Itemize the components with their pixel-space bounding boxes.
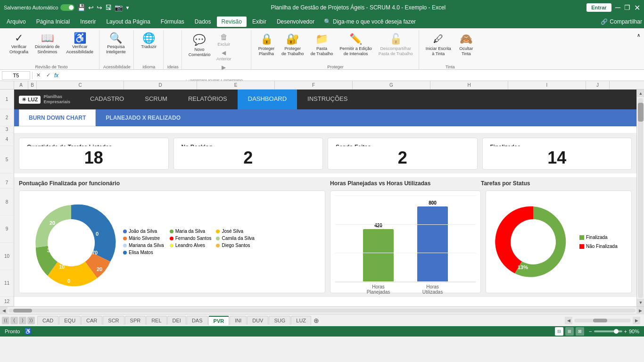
menu-formulas[interactable]: Fórmulas bbox=[156, 16, 189, 27]
ribbon-ocultar-tinta[interactable]: 🙈 OcultarTinta bbox=[455, 31, 478, 63]
sheet-tab-das[interactable]: DAS bbox=[187, 316, 208, 325]
minimize-icon[interactable]: ─ bbox=[615, 3, 620, 12]
sheet-nav-first[interactable]: ⟨⟨ bbox=[2, 317, 9, 324]
sheet-nav-last[interactable]: ⟩⟩ bbox=[27, 317, 35, 324]
ribbon-dicionario[interactable]: 📖 Dicionário deSinônimos bbox=[32, 31, 63, 63]
menu-pagina-inicial[interactable]: Página Inicial bbox=[32, 16, 74, 27]
nav-bar: ☀ LUZ PlanilhasEmpresariais CADASTRO SCR… bbox=[14, 90, 636, 109]
menu-revisao[interactable]: Revisão bbox=[217, 16, 247, 27]
zoom-slider-thumb bbox=[614, 329, 619, 334]
autosave-toggle[interactable]: Salvamento Automático bbox=[4, 4, 74, 11]
ribbon-pasta-trabalho[interactable]: 📁 Pastade Trabalho bbox=[308, 31, 336, 63]
nav-tab-relatorios[interactable]: RELATÓRIOS bbox=[178, 90, 238, 109]
vertical-scrollbar[interactable]: ▲ ▼ bbox=[636, 90, 644, 306]
sheet-tab-pvr[interactable]: PVR bbox=[208, 316, 230, 325]
sheet-tab-equ[interactable]: EQU bbox=[59, 316, 81, 325]
menu-inserir[interactable]: Inserir bbox=[75, 16, 100, 27]
sheet-tab-duv[interactable]: DUV bbox=[247, 316, 268, 325]
ribbon-verificar-ortografia[interactable]: ✓ VerificarOrtografia bbox=[7, 31, 31, 63]
menu-desenvolvedor[interactable]: Desenvolvedor bbox=[272, 16, 319, 27]
sheet-tab-car[interactable]: CAR bbox=[81, 316, 102, 325]
ribbon-excluir[interactable]: 🗑 Excluir bbox=[214, 32, 233, 48]
sheet-tab-ini[interactable]: INI bbox=[230, 316, 247, 325]
save-icon[interactable]: 💾 bbox=[77, 4, 85, 11]
restore-icon[interactable]: ❐ bbox=[624, 4, 630, 11]
close-icon[interactable]: ✕ bbox=[634, 3, 640, 12]
nav-tab-cadastro[interactable]: CADASTRO bbox=[80, 90, 134, 109]
spellcheck-icon: ✓ bbox=[15, 33, 23, 43]
sheet-scroll-left[interactable]: ◀ bbox=[565, 317, 572, 324]
accessibility-icon: ♿ bbox=[74, 33, 86, 43]
h-scroll-thumb[interactable] bbox=[13, 309, 32, 313]
sheet-tab-rel[interactable]: REL bbox=[146, 316, 166, 325]
row-5-content: 18 2 2 14 bbox=[14, 146, 636, 173]
legend-dot-finalizada bbox=[579, 235, 584, 240]
ribbon-iniciar-escrita[interactable]: 🖊 Iniciar Escritaà Tinta bbox=[423, 31, 454, 63]
nav-tab-scrum[interactable]: SCRUM bbox=[134, 90, 178, 109]
menu-dados[interactable]: Dados bbox=[190, 16, 216, 27]
sheet-tab-add[interactable]: ⊕ bbox=[312, 316, 321, 325]
reject-icon[interactable]: ✕ bbox=[36, 72, 41, 78]
cell-reference-input[interactable] bbox=[2, 71, 30, 80]
menu-arquivo[interactable]: Arquivo bbox=[2, 16, 31, 27]
search-box[interactable]: 🔍 Diga-me o que você deseja fazer bbox=[324, 18, 416, 25]
nav-tab-instrucoes[interactable]: INSTRUÇÕES bbox=[297, 90, 358, 109]
scroll-right-btn[interactable]: ▶ bbox=[636, 307, 644, 314]
ribbon-pesquisa[interactable]: 🔍 PesquisaInteligente bbox=[103, 31, 129, 63]
normal-view-btn[interactable]: ⊟ bbox=[555, 327, 563, 336]
v-scroll-track[interactable] bbox=[638, 98, 643, 298]
scroll-down-btn[interactable]: ▼ bbox=[637, 299, 644, 306]
ribbon-permitir-edicao[interactable]: ✏️ Permitir a Ediçãode Intervalos bbox=[337, 31, 375, 63]
col-header-a: A bbox=[14, 81, 28, 89]
entrar-button[interactable]: Entrar bbox=[586, 3, 611, 12]
scroll-up-btn[interactable]: ▲ bbox=[637, 90, 644, 97]
menu-layout[interactable]: Layout da Página bbox=[101, 16, 155, 27]
dropdown-icon[interactable]: ▼ bbox=[125, 5, 130, 10]
ribbon-proteger-pasta[interactable]: 🔐 Protegerde Trabalho bbox=[279, 31, 307, 63]
ribbon-expand-btn[interactable]: ∧ bbox=[637, 30, 640, 38]
save2-icon[interactable]: 🖫 bbox=[105, 4, 112, 11]
col-header-d: D bbox=[124, 81, 197, 89]
camera-icon[interactable]: 📷 bbox=[115, 4, 123, 11]
sheet-nav-prev[interactable]: ⟨ bbox=[10, 317, 18, 324]
confirm-icon[interactable]: ✓ bbox=[46, 72, 50, 78]
autosave-toggle-switch[interactable] bbox=[60, 4, 74, 11]
sheet-scroll-track[interactable] bbox=[574, 319, 631, 322]
ribbon-acessibilidade[interactable]: ♿ VerificarAcessibilidade bbox=[64, 31, 97, 63]
sheet-tab-spr[interactable]: SPR bbox=[125, 316, 146, 325]
page-break-btn[interactable]: ⊠ bbox=[576, 327, 584, 336]
formula-bar: ✕ ✓ fx bbox=[0, 70, 644, 81]
undo-icon[interactable]: ↩ bbox=[88, 4, 94, 11]
sheet-scroll-right[interactable]: ▶ bbox=[633, 317, 640, 324]
zoom-out-btn[interactable]: − bbox=[589, 329, 592, 334]
share-button[interactable]: 🔗 Compartilhar bbox=[601, 18, 642, 25]
sheet-scroll-thumb[interactable] bbox=[593, 319, 607, 322]
ribbon-idioma-items: 🌐 Traduzir bbox=[138, 31, 160, 63]
row-4: 4 Quantidade de Tarefas Listadas No Back… bbox=[0, 133, 636, 146]
ribbon-traduzir[interactable]: 🌐 Traduzir bbox=[138, 31, 160, 63]
zoom-in-btn[interactable]: + bbox=[624, 329, 627, 334]
zoom-slider[interactable] bbox=[594, 330, 622, 332]
v-scroll-thumb[interactable] bbox=[638, 103, 644, 122]
ribbon-novo-comentario[interactable]: 💬 NovoComentário bbox=[186, 32, 214, 77]
sheet-tab-scr[interactable]: SCR bbox=[103, 316, 124, 325]
sheet-tab-cad[interactable]: CAD bbox=[37, 316, 58, 325]
horizontal-scrollbar[interactable]: ◀ ▶ bbox=[0, 306, 644, 314]
sheet-tab-dei[interactable]: DEI bbox=[167, 316, 186, 325]
nav-tab-dashboard[interactable]: DASHBOARD bbox=[238, 90, 297, 109]
formula-input[interactable] bbox=[60, 72, 642, 79]
sheet-nav-next[interactable]: ⟩ bbox=[19, 317, 26, 324]
ribbon-anterior[interactable]: ◀ Anterior bbox=[214, 49, 233, 62]
sheet-tab-sug[interactable]: SUG bbox=[269, 316, 290, 325]
nav-bar-cell: ☀ LUZ PlanilhasEmpresariais CADASTRO SCR… bbox=[14, 90, 636, 109]
menu-exibir[interactable]: Exibir bbox=[248, 16, 271, 27]
redo-icon[interactable]: ↪ bbox=[97, 4, 102, 11]
ribbon-proteger-planilha[interactable]: 🔒 ProtegerPlanilha bbox=[255, 31, 278, 63]
sub-tab-burndown[interactable]: BURN DOWN CHART bbox=[19, 109, 96, 126]
sub-tab-planejado[interactable]: PLANEJADO X REALIZADO bbox=[96, 109, 190, 126]
scroll-left-btn[interactable]: ◀ bbox=[0, 307, 8, 314]
ribbon-descompartilhar[interactable]: 🔓 DescompartilharPasta de Trabalho bbox=[376, 31, 416, 63]
page-layout-btn[interactable]: ⊞ bbox=[565, 327, 574, 336]
sheet-tab-luz[interactable]: LUZ bbox=[291, 316, 311, 325]
h-scroll-track[interactable] bbox=[8, 309, 636, 313]
